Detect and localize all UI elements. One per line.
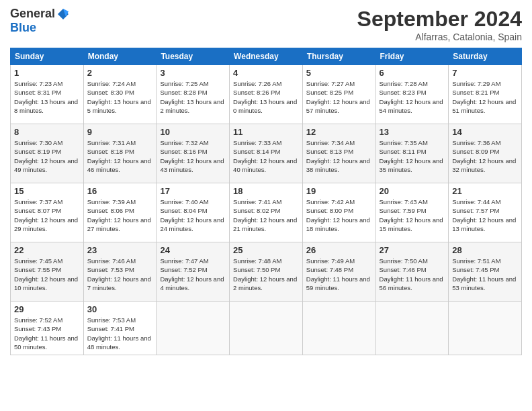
day-num: 5: [306, 68, 372, 78]
day-22: 22 Sunrise: 7:45 AMSunset: 7:55 PMDaylig…: [11, 242, 84, 302]
day-num: 29: [14, 304, 80, 314]
day-info: Sunrise: 7:24 AMSunset: 8:30 PMDaylight:…: [87, 79, 153, 115]
th-saturday: Saturday: [449, 48, 522, 65]
day-num: 15: [14, 186, 80, 196]
day-19: 19 Sunrise: 7:42 AMSunset: 8:00 PMDaylig…: [302, 183, 375, 242]
page: General Blue September 2024 Alfarras, Ca…: [0, 0, 532, 411]
day-info: Sunrise: 7:53 AMSunset: 7:41 PMDaylight:…: [87, 316, 153, 351]
day-info: Sunrise: 7:39 AMSunset: 8:06 PMDaylight:…: [87, 197, 153, 233]
title-area: September 2024 Alfarras, Catalonia, Spai…: [357, 7, 522, 42]
day-info: Sunrise: 7:45 AMSunset: 7:55 PMDaylight:…: [14, 257, 80, 292]
th-tuesday: Tuesday: [157, 48, 230, 65]
day-info: Sunrise: 7:48 AMSunset: 7:50 PMDaylight:…: [233, 257, 299, 292]
day-num: 19: [306, 186, 372, 196]
day-num: 25: [233, 245, 299, 255]
day-num: 22: [14, 245, 80, 255]
th-friday: Friday: [375, 48, 449, 65]
day-info: Sunrise: 7:52 AMSunset: 7:43 PMDaylight:…: [14, 316, 80, 351]
day-info: Sunrise: 7:44 AMSunset: 7:57 PMDaylight:…: [452, 197, 518, 233]
day-1: 1 Sunrise: 7:23 AMSunset: 8:31 PMDayligh…: [11, 65, 84, 124]
empty-cell: [302, 302, 375, 355]
day-info: Sunrise: 7:49 AMSunset: 7:48 PMDaylight:…: [306, 257, 372, 292]
day-num: 6: [380, 68, 445, 78]
day-num: 14: [452, 127, 518, 137]
day-info: Sunrise: 7:35 AMSunset: 8:11 PMDaylight:…: [380, 138, 445, 174]
week-row-3: 15 Sunrise: 7:37 AMSunset: 8:07 PMDaylig…: [11, 183, 522, 242]
day-num: 20: [380, 186, 445, 196]
day-num: 16: [87, 186, 153, 196]
day-num: 1: [14, 68, 80, 78]
day-info: Sunrise: 7:47 AMSunset: 7:52 PMDaylight:…: [160, 257, 226, 292]
day-12: 12 Sunrise: 7:34 AMSunset: 8:13 PMDaylig…: [302, 124, 375, 183]
day-info: Sunrise: 7:36 AMSunset: 8:09 PMDaylight:…: [452, 138, 518, 174]
day-num: 7: [452, 68, 518, 78]
day-27: 27 Sunrise: 7:50 AMSunset: 7:46 PMDaylig…: [375, 242, 449, 302]
day-6: 6 Sunrise: 7:28 AMSunset: 8:23 PMDayligh…: [375, 65, 449, 124]
day-14: 14 Sunrise: 7:36 AMSunset: 8:09 PMDaylig…: [449, 124, 522, 183]
empty-cell: [375, 302, 449, 355]
empty-cell: [230, 302, 303, 355]
day-num: 2: [87, 68, 153, 78]
header-row: Sunday Monday Tuesday Wednesday Thursday…: [11, 48, 522, 65]
header: General Blue September 2024 Alfarras, Ca…: [10, 7, 522, 42]
day-26: 26 Sunrise: 7:49 AMSunset: 7:48 PMDaylig…: [302, 242, 375, 302]
day-info: Sunrise: 7:27 AMSunset: 8:25 PMDaylight:…: [306, 79, 372, 115]
logo: General Blue: [10, 7, 70, 35]
day-num: 27: [380, 245, 445, 255]
day-num: 17: [160, 186, 226, 196]
day-30: 30 Sunrise: 7:53 AMSunset: 7:41 PMDaylig…: [83, 302, 157, 355]
day-3: 3 Sunrise: 7:25 AMSunset: 8:28 PMDayligh…: [157, 65, 230, 124]
day-num: 8: [14, 127, 80, 137]
day-info: Sunrise: 7:26 AMSunset: 8:26 PMDaylight:…: [233, 79, 299, 115]
logo-general: General: [10, 7, 55, 21]
day-num: 9: [87, 127, 153, 137]
day-15: 15 Sunrise: 7:37 AMSunset: 8:07 PMDaylig…: [11, 183, 84, 242]
week-row-2: 8 Sunrise: 7:30 AMSunset: 8:19 PMDayligh…: [11, 124, 522, 183]
day-info: Sunrise: 7:29 AMSunset: 8:21 PMDaylight:…: [452, 79, 518, 115]
day-info: Sunrise: 7:37 AMSunset: 8:07 PMDaylight:…: [14, 197, 80, 233]
day-13: 13 Sunrise: 7:35 AMSunset: 8:11 PMDaylig…: [375, 124, 449, 183]
day-8: 8 Sunrise: 7:30 AMSunset: 8:19 PMDayligh…: [11, 124, 84, 183]
th-monday: Monday: [83, 48, 157, 65]
day-num: 21: [452, 186, 518, 196]
day-num: 18: [233, 186, 299, 196]
week-row-4: 22 Sunrise: 7:45 AMSunset: 7:55 PMDaylig…: [11, 242, 522, 302]
week-row-1: 1 Sunrise: 7:23 AMSunset: 8:31 PMDayligh…: [11, 65, 522, 124]
day-info: Sunrise: 7:34 AMSunset: 8:13 PMDaylight:…: [306, 138, 372, 174]
day-num: 23: [87, 245, 153, 255]
day-num: 11: [233, 127, 299, 137]
day-5: 5 Sunrise: 7:27 AMSunset: 8:25 PMDayligh…: [302, 65, 375, 124]
day-info: Sunrise: 7:51 AMSunset: 7:45 PMDaylight:…: [452, 257, 518, 292]
day-num: 24: [160, 245, 226, 255]
empty-cell: [157, 302, 230, 355]
day-num: 4: [233, 68, 299, 78]
logo-blue: Blue: [10, 21, 36, 35]
day-11: 11 Sunrise: 7:33 AMSunset: 8:14 PMDaylig…: [230, 124, 303, 183]
day-18: 18 Sunrise: 7:41 AMSunset: 8:02 PMDaylig…: [230, 183, 303, 242]
day-21: 21 Sunrise: 7:44 AMSunset: 7:57 PMDaylig…: [449, 183, 522, 242]
day-20: 20 Sunrise: 7:43 AMSunset: 7:59 PMDaylig…: [375, 183, 449, 242]
day-9: 9 Sunrise: 7:31 AMSunset: 8:18 PMDayligh…: [83, 124, 157, 183]
day-info: Sunrise: 7:23 AMSunset: 8:31 PMDaylight:…: [14, 79, 80, 115]
day-4: 4 Sunrise: 7:26 AMSunset: 8:26 PMDayligh…: [230, 65, 303, 124]
day-info: Sunrise: 7:40 AMSunset: 8:04 PMDaylight:…: [160, 197, 226, 233]
calendar-table: Sunday Monday Tuesday Wednesday Thursday…: [10, 48, 522, 355]
day-info: Sunrise: 7:41 AMSunset: 8:02 PMDaylight:…: [233, 197, 299, 233]
month-title: September 2024: [357, 7, 522, 32]
day-29: 29 Sunrise: 7:52 AMSunset: 7:43 PMDaylig…: [11, 302, 84, 355]
day-24: 24 Sunrise: 7:47 AMSunset: 7:52 PMDaylig…: [157, 242, 230, 302]
day-10: 10 Sunrise: 7:32 AMSunset: 8:16 PMDaylig…: [157, 124, 230, 183]
day-16: 16 Sunrise: 7:39 AMSunset: 8:06 PMDaylig…: [83, 183, 157, 242]
day-info: Sunrise: 7:46 AMSunset: 7:53 PMDaylight:…: [87, 257, 153, 292]
day-num: 28: [452, 245, 518, 255]
th-thursday: Thursday: [302, 48, 375, 65]
day-28: 28 Sunrise: 7:51 AMSunset: 7:45 PMDaylig…: [449, 242, 522, 302]
day-num: 10: [160, 127, 226, 137]
week-row-5: 29 Sunrise: 7:52 AMSunset: 7:43 PMDaylig…: [11, 302, 522, 355]
day-num: 26: [306, 245, 372, 255]
day-info: Sunrise: 7:31 AMSunset: 8:18 PMDaylight:…: [87, 138, 153, 174]
day-num: 3: [160, 68, 226, 78]
day-info: Sunrise: 7:33 AMSunset: 8:14 PMDaylight:…: [233, 138, 299, 174]
day-num: 30: [87, 304, 153, 314]
day-info: Sunrise: 7:30 AMSunset: 8:19 PMDaylight:…: [14, 138, 80, 174]
